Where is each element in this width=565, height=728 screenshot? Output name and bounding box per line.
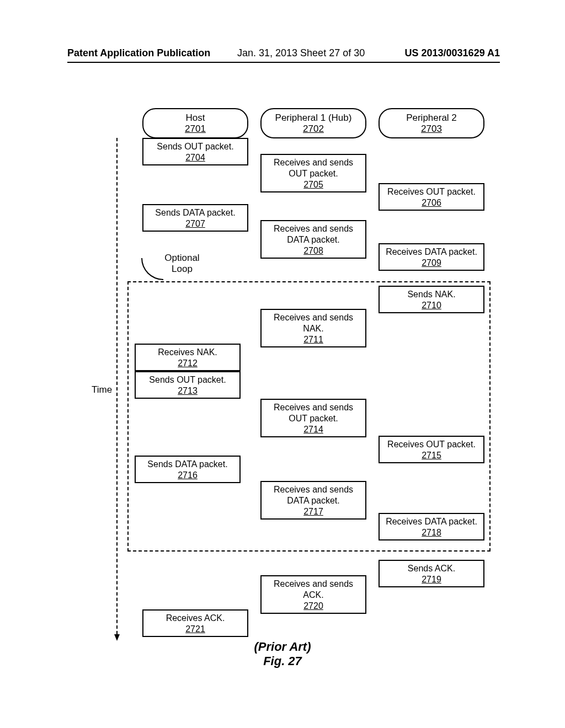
- step-2712-text: Receives NAK.: [138, 347, 237, 358]
- step-2708-ref: 2708: [264, 245, 363, 256]
- step-2711-text: Receives and sends NAK.: [264, 312, 363, 334]
- step-2721-ref: 2721: [146, 624, 245, 635]
- optional-loop-leader: [141, 258, 163, 280]
- step-2715-ref: 2715: [382, 450, 481, 461]
- step-2707-ref: 2707: [146, 218, 245, 229]
- step-2721-text: Receives ACK.: [146, 613, 245, 624]
- optional-loop-label: Optional Loop: [160, 253, 204, 275]
- step-2717: Receives and sends DATA packet. 2717: [260, 481, 366, 520]
- step-2714: Receives and sends OUT packet. 2714: [260, 399, 366, 437]
- step-2706: Receives OUT packet. 2706: [379, 183, 484, 211]
- optional-loop-line2: Loop: [160, 264, 204, 275]
- column-peripheral2: Peripheral 2 2703: [379, 108, 484, 138]
- time-axis: [116, 138, 118, 640]
- step-2719-ref: 2719: [382, 574, 481, 585]
- step-2712-ref: 2712: [138, 358, 237, 369]
- step-2713: Sends OUT packet. 2713: [135, 371, 241, 399]
- step-2704: Sends OUT packet. 2704: [142, 138, 248, 165]
- step-2710: Sends NAK. 2710: [379, 286, 484, 313]
- step-2719-text: Sends ACK.: [382, 563, 481, 574]
- step-2713-ref: 2713: [138, 386, 237, 397]
- step-2716-ref: 2716: [138, 470, 237, 481]
- step-2708: Receives and sends DATA packet. 2708: [260, 220, 366, 259]
- column-p2-label: Peripheral 2: [382, 113, 481, 124]
- figure-caption: (Prior Art) Fig. 27: [0, 640, 565, 668]
- step-2720-ref: 2720: [264, 601, 363, 612]
- step-2705: Receives and sends OUT packet. 2705: [260, 154, 366, 192]
- column-host-label: Host: [146, 113, 245, 124]
- step-2713-text: Sends OUT packet.: [138, 374, 237, 386]
- step-2711: Receives and sends NAK. 2711: [260, 309, 366, 347]
- step-2715-text: Receives OUT packet.: [382, 439, 481, 450]
- step-2720: Receives and sends ACK. 2720: [260, 575, 366, 614]
- step-2718-ref: 2718: [382, 527, 481, 538]
- column-p1-ref: 2702: [264, 124, 363, 135]
- prior-art-label: (Prior Art): [0, 640, 565, 654]
- step-2711-ref: 2711: [264, 334, 363, 345]
- figure-number: Fig. 27: [0, 654, 565, 668]
- step-2719: Sends ACK. 2719: [379, 560, 484, 587]
- step-2704-text: Sends OUT packet.: [146, 141, 245, 152]
- step-2712: Receives NAK. 2712: [135, 344, 241, 371]
- step-2707-text: Sends DATA packet.: [146, 207, 245, 218]
- header-left: Patent Application Publication: [67, 47, 210, 59]
- step-2709: Receives DATA packet. 2709: [379, 243, 484, 271]
- step-2714-text: Receives and sends OUT packet.: [264, 402, 363, 424]
- column-host-ref: 2701: [146, 124, 245, 135]
- step-2708-text: Receives and sends DATA packet.: [264, 223, 363, 245]
- step-2721: Receives ACK. 2721: [142, 609, 248, 637]
- step-2714-ref: 2714: [264, 424, 363, 435]
- step-2718: Receives DATA packet. 2718: [379, 513, 484, 540]
- column-peripheral1: Peripheral 1 (Hub) 2702: [260, 108, 366, 138]
- step-2709-text: Receives DATA packet.: [382, 247, 481, 258]
- step-2716-text: Sends DATA packet.: [138, 459, 237, 470]
- step-2717-text: Receives and sends DATA packet.: [264, 484, 363, 506]
- step-2709-ref: 2709: [382, 258, 481, 269]
- optional-loop-line1: Optional: [160, 253, 204, 264]
- time-axis-label: Time: [92, 383, 112, 397]
- step-2705-text: Receives and sends OUT packet.: [264, 157, 363, 179]
- step-2710-text: Sends NAK.: [382, 289, 481, 300]
- step-2706-text: Receives OUT packet.: [382, 186, 481, 197]
- step-2706-ref: 2706: [382, 197, 481, 208]
- step-2707: Sends DATA packet. 2707: [142, 204, 248, 232]
- step-2710-ref: 2710: [382, 300, 481, 311]
- step-2704-ref: 2704: [146, 152, 245, 163]
- column-p1-label: Peripheral 1 (Hub): [264, 113, 363, 124]
- header-center: Jan. 31, 2013 Sheet 27 of 30: [237, 47, 365, 59]
- step-2705-ref: 2705: [264, 179, 363, 190]
- column-p2-ref: 2703: [382, 124, 481, 135]
- step-2718-text: Receives DATA packet.: [382, 516, 481, 527]
- header-rule: [67, 62, 500, 63]
- step-2717-ref: 2717: [264, 506, 363, 517]
- column-host: Host 2701: [142, 108, 248, 138]
- step-2715: Receives OUT packet. 2715: [379, 436, 484, 463]
- step-2720-text: Receives and sends ACK.: [264, 579, 363, 601]
- step-2716: Sends DATA packet. 2716: [135, 456, 241, 483]
- header-right: US 2013/0031629 A1: [405, 47, 500, 59]
